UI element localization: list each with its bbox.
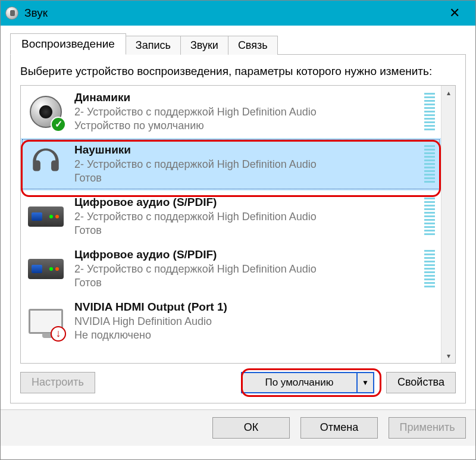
device-row-speakers[interactable]: ✓ Динамики 2- Устройство с поддержкой Hi…: [21, 86, 441, 138]
tab-sounds[interactable]: Звуки: [180, 36, 228, 55]
device-sub: 2- Устройство с поддержкой High Definiti…: [74, 105, 424, 119]
headphones-icon: [24, 143, 67, 186]
device-sub: 2- Устройство с поддержкой High Definiti…: [74, 210, 424, 224]
tab-strip: Воспроизведение Запись Звуки Связь: [10, 35, 466, 55]
device-status: Готов: [74, 224, 424, 237]
device-name: Динамики: [74, 90, 424, 105]
scrollbar[interactable]: ▴ ▾: [441, 86, 455, 363]
default-badge-icon: ✓: [51, 117, 66, 132]
level-meter: [424, 198, 435, 236]
device-row-headphones[interactable]: Наушники 2- Устройство с поддержкой High…: [21, 138, 441, 190]
device-sub: NVIDIA High Definition Audio: [74, 315, 437, 328]
window-title: Звук: [24, 7, 440, 20]
device-name: Цифровое аудио (S/PDIF): [74, 248, 424, 262]
tab-communications[interactable]: Связь: [228, 36, 278, 55]
device-sub: 2- Устройство с поддержкой High Definiti…: [74, 262, 424, 276]
device-status: Не подключено: [74, 328, 437, 342]
ok-button[interactable]: ОК: [212, 417, 290, 439]
instruction-text: Выберите устройство воспроизведения, пар…: [20, 64, 456, 79]
chevron-down-icon[interactable]: ▼: [356, 373, 373, 392]
apply-button[interactable]: Применить: [389, 417, 466, 439]
device-row-spdif-2[interactable]: Цифровое аудио (S/PDIF) 2- Устройство с …: [21, 243, 441, 295]
device-status: Готов: [74, 276, 424, 290]
device-name: Цифровое аудио (S/PDIF): [74, 195, 424, 210]
cancel-button[interactable]: Отмена: [300, 417, 378, 439]
level-meter: [424, 145, 435, 183]
properties-button[interactable]: Свойства: [386, 372, 456, 393]
spdif-icon: [24, 248, 67, 290]
window-sysicon: [5, 7, 18, 20]
set-default-label: По умолчанию: [242, 373, 356, 392]
spdif-icon: [24, 195, 67, 238]
device-name: Наушники: [74, 143, 424, 158]
device-name: NVIDIA HDMI Output (Port 1): [74, 300, 437, 315]
configure-button[interactable]: Настроить: [20, 372, 95, 393]
scroll-down-icon[interactable]: ▾: [441, 349, 456, 363]
level-meter: [424, 93, 435, 131]
set-default-button[interactable]: По умолчанию ▼: [241, 372, 374, 393]
tab-playback[interactable]: Воспроизведение: [10, 33, 126, 55]
scroll-up-icon[interactable]: ▴: [441, 86, 456, 100]
tab-recording[interactable]: Запись: [126, 36, 181, 55]
tab-panel: Выберите устройство воспроизведения, пар…: [10, 54, 466, 403]
unplugged-badge-icon: ↓: [51, 326, 66, 342]
speaker-icon: ✓: [24, 90, 67, 133]
device-status: Готов: [74, 171, 424, 185]
monitor-icon: ↓: [24, 300, 67, 343]
device-list[interactable]: ✓ Динамики 2- Устройство с поддержкой Hi…: [20, 85, 456, 364]
device-row-spdif-1[interactable]: Цифровое аудио (S/PDIF) 2- Устройство с …: [21, 190, 441, 243]
device-status: Устройство по умолчанию: [74, 119, 424, 133]
dialog-button-row: ОК Отмена Применить: [1, 409, 475, 446]
close-icon[interactable]: ✕: [440, 1, 469, 26]
level-meter: [424, 250, 435, 288]
device-sub: 2- Устройство с поддержкой High Definiti…: [74, 158, 424, 171]
titlebar[interactable]: Звук ✕: [1, 1, 475, 26]
device-row-hdmi[interactable]: ↓ NVIDIA HDMI Output (Port 1) NVIDIA Hig…: [21, 295, 441, 348]
